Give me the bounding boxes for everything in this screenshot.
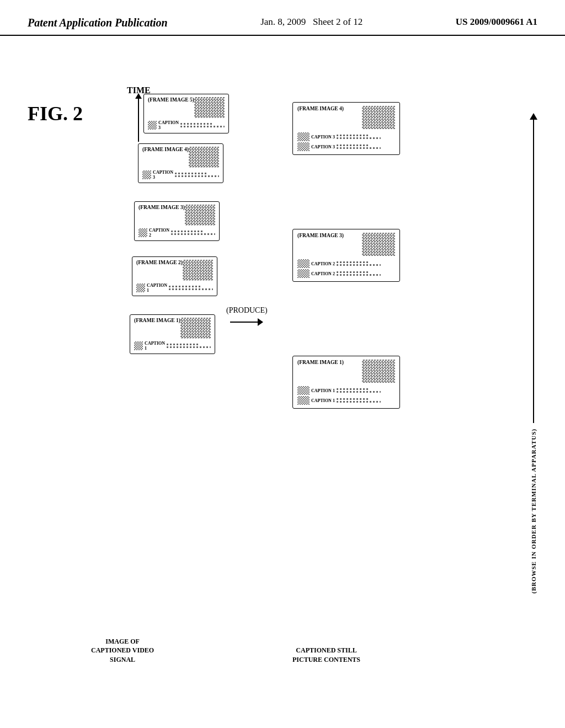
right-frame1-title: (FRAME IMAGE 1) bbox=[297, 360, 344, 365]
frame5-text-lines bbox=[180, 123, 225, 127]
right-frame4-caption-label1: CAPTION 3 bbox=[311, 135, 335, 140]
page-header: Patent Application Publication Jan. 8, 2… bbox=[0, 0, 565, 36]
right-frame1-caption-label: CAPTION 1 bbox=[311, 388, 335, 393]
browse-arrow-line bbox=[533, 120, 534, 423]
left-frame-2: (FRAME IMAGE 2) CAPTION 1 bbox=[132, 256, 217, 296]
right-frame1-caption-box bbox=[297, 386, 310, 395]
browse-arrow-section: (BROWSE IN ORDER BY TERMINAL APPARATUS) bbox=[530, 113, 537, 593]
frame5-caption-box bbox=[148, 121, 157, 130]
frame4-title: (FRAME IMAGE 4) bbox=[142, 147, 189, 152]
frame4-image bbox=[189, 147, 219, 168]
frame2-caption-box bbox=[136, 283, 145, 292]
bottom-right-text: CAPTIONED STILLPICTURE CONTENTS bbox=[292, 646, 360, 663]
right-frame3-caption-box2 bbox=[297, 269, 310, 278]
left-frame-5: (FRAME IMAGE 5) CAPTION 3 bbox=[143, 94, 229, 133]
right-frame3-image bbox=[362, 233, 395, 256]
right-frame3-title: (FRAME IMAGE 3) bbox=[297, 233, 344, 238]
right-frame-4: (FRAME IMAGE 4) CAPTION 3 CAPTION 3 bbox=[292, 102, 400, 155]
right-frame3-caption-label2: CAPTION 2 bbox=[311, 271, 335, 276]
right-frame4-image bbox=[362, 106, 395, 129]
right-frame3-caption-label1: CAPTION 2 bbox=[311, 261, 335, 266]
bottom-left-text: IMAGE OFCAPTIONED VIDEOSIGNAL bbox=[91, 638, 154, 664]
right-frame1-image bbox=[362, 360, 395, 383]
frame1-caption-box bbox=[134, 341, 143, 350]
frame1-title: (FRAME IMAGE 1) bbox=[134, 318, 180, 323]
frame1-caption-label: CAPTION 1 bbox=[145, 341, 165, 351]
frame5-image bbox=[194, 97, 225, 118]
frame1-image bbox=[180, 318, 211, 339]
produce-arrow bbox=[230, 318, 263, 326]
frame3-caption-label: CAPTION 2 bbox=[149, 228, 169, 238]
left-frame-1: (FRAME IMAGE 1) CAPTION 1 bbox=[130, 314, 215, 354]
right-frame3-caption-box1 bbox=[297, 259, 310, 268]
right-frame1-caption-box2 bbox=[297, 396, 310, 405]
right-frame-1: (FRAME IMAGE 1) CAPTION 1 CAPTION 1 bbox=[292, 356, 400, 409]
header-date-sheet: Jan. 8, 2009 Sheet 2 of 12 bbox=[260, 17, 363, 28]
header-date: Jan. 8, 2009 bbox=[260, 17, 306, 27]
header-sheet: Sheet 2 of 12 bbox=[313, 17, 363, 27]
frame2-image bbox=[183, 260, 213, 281]
produce-label: (PRODUCE) bbox=[226, 306, 268, 315]
bottom-left-label: IMAGE OFCAPTIONED VIDEOSIGNAL bbox=[91, 637, 154, 665]
bottom-right-label: CAPTIONED STILLPICTURE CONTENTS bbox=[292, 646, 360, 665]
frame4-text-lines bbox=[175, 173, 219, 177]
right-frame4-caption-label2: CAPTION 3 bbox=[311, 144, 335, 149]
frame2-caption-label: CAPTION 1 bbox=[147, 283, 167, 293]
right-frame-3: (FRAME IMAGE 3) CAPTION 2 CAPTION 2 bbox=[292, 229, 400, 282]
main-content: FIG. 2 TIME (FRAME IMAGE 5) CAPTION 3 bbox=[0, 36, 565, 720]
right-frame4-caption-box1 bbox=[297, 132, 310, 141]
produce-section: (PRODUCE) bbox=[226, 306, 268, 326]
frame4-caption-box bbox=[142, 170, 151, 179]
frame4-caption-label: CAPTION 3 bbox=[153, 170, 173, 180]
left-frame-3: (FRAME IMAGE 3) CAPTION 2 bbox=[134, 201, 220, 241]
right-frame4-title: (FRAME IMAGE 4) bbox=[297, 106, 344, 111]
browse-arrow-head bbox=[530, 113, 537, 120]
frame3-text-lines bbox=[171, 231, 215, 235]
browse-label: (BROWSE IN ORDER BY TERMINAL APPARATUS) bbox=[530, 429, 537, 593]
frame3-title: (FRAME IMAGE 3) bbox=[138, 205, 185, 210]
figure-label: FIG. 2 bbox=[28, 102, 83, 125]
right-frame4-caption-box2 bbox=[297, 142, 310, 151]
right-frame1-caption-label2: CAPTION 1 bbox=[311, 398, 335, 403]
frame3-image bbox=[185, 205, 215, 226]
left-frame-4: (FRAME IMAGE 4) CAPTION 3 bbox=[138, 143, 223, 183]
frame2-text-lines bbox=[169, 286, 213, 290]
frame5-title: (FRAME IMAGE 5) bbox=[148, 97, 194, 103]
patent-number: US 2009/0009661 A1 bbox=[456, 17, 537, 28]
frame1-text-lines bbox=[167, 344, 211, 348]
frame5-caption-label: CAPTION 3 bbox=[158, 120, 179, 130]
frame3-caption-box bbox=[138, 228, 147, 237]
frame2-title: (FRAME IMAGE 2) bbox=[136, 260, 183, 265]
publication-title: Patent Application Publication bbox=[28, 17, 168, 29]
left-frame-stack: (FRAME IMAGE 5) CAPTION 3 (FRAME IMAGE 4… bbox=[130, 94, 232, 425]
